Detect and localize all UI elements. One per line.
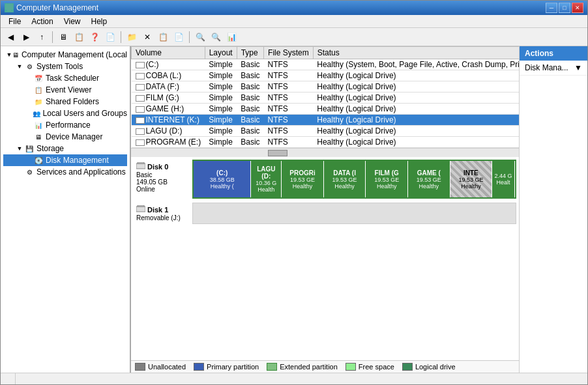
- menu-help[interactable]: Help: [86, 16, 113, 27]
- back-button[interactable]: ◀: [3, 30, 18, 44]
- tree-item-services[interactable]: ⚙ Services and Applications: [3, 166, 127, 178]
- menu-view[interactable]: View: [59, 16, 86, 27]
- cell-status: Healthy (Logical Drive): [313, 81, 519, 93]
- cell-fs: NTFS: [264, 70, 314, 81]
- table-row[interactable]: (C:) Simple Basic NTFS Healthy (System, …: [132, 59, 520, 70]
- cell-fs: NTFS: [264, 126, 314, 137]
- table-row[interactable]: PROGRAM (E:) Simple Basic NTFS Healthy (…: [132, 137, 520, 148]
- cell-type: Basic: [237, 115, 263, 126]
- table-row[interactable]: INTERNET (K:) Simple Basic NTFS Healthy …: [132, 115, 520, 126]
- legend-unalloc: Unallocated: [135, 363, 186, 371]
- disk0-partition-7[interactable]: 2.44 G Healt: [492, 161, 515, 197]
- tree-expander-task: [24, 74, 33, 83]
- table-row[interactable]: DATA (F:) Simple Basic NTFS Healthy (Log…: [132, 81, 520, 93]
- toolbar-btn-5[interactable]: ✕: [140, 30, 154, 44]
- cell-volume: DATA (F:): [132, 81, 205, 93]
- table-row[interactable]: LAGU (D:) Simple Basic NTFS Healthy (Log…: [132, 126, 520, 137]
- table-row[interactable]: COBA (L:) Simple Basic NTFS Healthy (Log…: [132, 70, 520, 81]
- help-button[interactable]: ❓: [87, 30, 102, 44]
- toolbar-btn-2[interactable]: 📋: [72, 30, 86, 44]
- minimize-button[interactable]: ─: [546, 3, 557, 13]
- part-status: Healthy: [419, 183, 439, 190]
- tree-item-performance[interactable]: 📊 Performance: [3, 119, 127, 131]
- part-size: 38.58 GB: [210, 177, 235, 183]
- h-scrollbar[interactable]: [131, 148, 519, 157]
- toolbar-btn-8[interactable]: 🔍: [193, 30, 207, 44]
- up-button[interactable]: ↑: [35, 30, 49, 44]
- table-row[interactable]: FILM (G:) Simple Basic NTFS Healthy (Log…: [132, 93, 520, 104]
- cell-volume: (C:): [132, 59, 205, 70]
- col-status: Status: [313, 47, 519, 59]
- part-size: 19.53 GE: [374, 177, 399, 183]
- menu-action[interactable]: Action: [26, 16, 58, 27]
- tree-item-storage[interactable]: ▼ 💾 Storage: [3, 143, 127, 154]
- tree-root[interactable]: ▼ 🖥 Computer Management (Local: [3, 49, 127, 61]
- swatch-primary: [194, 363, 204, 371]
- toolbar-btn-9[interactable]: 🔍: [209, 30, 223, 44]
- cell-status: Healthy (System, Boot, Page File, Active…: [313, 59, 519, 70]
- disk-mgmt-icon: 💽: [33, 155, 44, 165]
- close-button[interactable]: ✕: [572, 3, 583, 13]
- disk0-partition-5[interactable]: GAME ( 19.53 GE Healthy: [408, 161, 450, 197]
- disk1-entry: Disk 1 Removable (J:): [134, 203, 516, 224]
- cell-status: Healthy (Logical Drive): [313, 126, 519, 137]
- part-name: DATA (l: [333, 169, 356, 177]
- cell-layout: Simple: [205, 104, 237, 115]
- toolbar-btn-3[interactable]: 📄: [103, 30, 117, 44]
- toolbar-btn-7[interactable]: 📄: [171, 30, 186, 44]
- cell-fs: NTFS: [264, 59, 314, 70]
- show-hide-button[interactable]: 🖥: [56, 30, 70, 44]
- table-row[interactable]: GAME (H:) Simple Basic NTFS Healthy (Log…: [132, 104, 520, 115]
- part-status: Healthy: [293, 183, 313, 190]
- tree-label-storage: Storage: [37, 144, 64, 153]
- h-scroll-thumb[interactable]: [268, 150, 287, 156]
- disk0-partition-2[interactable]: PROGRi 19.53 GE Healthy: [282, 161, 324, 197]
- disk0-partition-1[interactable]: LAGU (D: 10.36 G Health: [251, 161, 282, 197]
- tree-item-event-viewer[interactable]: 📋 Event Viewer: [3, 84, 127, 96]
- tree-item-task-scheduler[interactable]: 📅 Task Scheduler: [3, 72, 127, 84]
- svg-rect-0: [5, 4, 13, 10]
- toolbar: ◀ ▶ ↑ 🖥 📋 ❓ 📄 📁 ✕ 📋 📄 🔍 🔍 📊: [1, 28, 587, 46]
- disk-table-scroll[interactable]: Volume Layout Type File System Status (C…: [131, 46, 519, 148]
- tree-item-system-tools[interactable]: ▼ ⚙ System Tools: [3, 61, 127, 72]
- tree-item-local-users[interactable]: 👥 Local Users and Groups: [3, 107, 127, 119]
- disk0-partition-4[interactable]: FILM (G 19.53 GE Healthy: [366, 161, 408, 197]
- toolbar-btn-4[interactable]: 📁: [125, 30, 139, 44]
- tree-item-disk-mgmt[interactable]: 💽 Disk Management: [3, 154, 127, 166]
- cell-volume: INTERNET (K:): [132, 115, 205, 126]
- cell-fs: NTFS: [264, 104, 314, 115]
- tree-expander-storage: ▼: [15, 144, 24, 153]
- part-name: PROGRi: [289, 169, 315, 177]
- legend-extended-label: Extended partition: [280, 363, 338, 371]
- disk0-partition-0[interactable]: (C:) 38.58 GB Healthy (: [194, 161, 251, 197]
- menu-file[interactable]: File: [3, 16, 26, 27]
- maximize-button[interactable]: □: [559, 3, 570, 13]
- part-name: INTE: [463, 169, 478, 177]
- disk0-partition-3[interactable]: DATA (l 19.53 GE Healthy: [324, 161, 366, 197]
- window-title: Computer Management: [16, 3, 98, 12]
- disk0-partition-6[interactable]: INTE 19.53 GE Healthy: [450, 161, 493, 197]
- toolbar-btn-6[interactable]: 📋: [156, 30, 170, 44]
- disk-mgmt-action-btn[interactable]: Disk Mana... ▼: [520, 61, 587, 76]
- legend-logical: Logical drive: [402, 363, 456, 371]
- cell-type: Basic: [237, 59, 263, 70]
- part-status: Healthy: [334, 183, 355, 190]
- legend-freespace: Free space: [345, 363, 394, 371]
- swatch-freespace: [345, 363, 356, 371]
- swatch-logical: [402, 363, 413, 371]
- tree-label-users: Local Users and Groups: [43, 109, 127, 118]
- legend-bar: Unallocated Primary partition Extended p…: [131, 360, 519, 373]
- forward-button[interactable]: ▶: [19, 30, 33, 44]
- tree-item-device-manager[interactable]: 🖥 Device Manager: [3, 131, 127, 143]
- disk-mgmt-action-more[interactable]: ▼: [574, 63, 582, 72]
- tree-label-perf: Performance: [46, 121, 91, 130]
- disk0-label: Disk 0 Basic 149.05 GB Online: [134, 160, 192, 199]
- toolbar-btn-10[interactable]: 📊: [224, 30, 239, 44]
- disk0-status: Online: [136, 186, 190, 193]
- disk0-entry: Disk 0 Basic 149.05 GB Online (C:) 38.58…: [134, 160, 516, 199]
- tree-item-shared-folders[interactable]: 📁 Shared Folders: [3, 96, 127, 107]
- part-size: 2.44 G: [495, 173, 512, 179]
- computer-icon: 🖥: [12, 50, 20, 60]
- cell-layout: Simple: [205, 70, 237, 81]
- cell-type: Basic: [237, 104, 263, 115]
